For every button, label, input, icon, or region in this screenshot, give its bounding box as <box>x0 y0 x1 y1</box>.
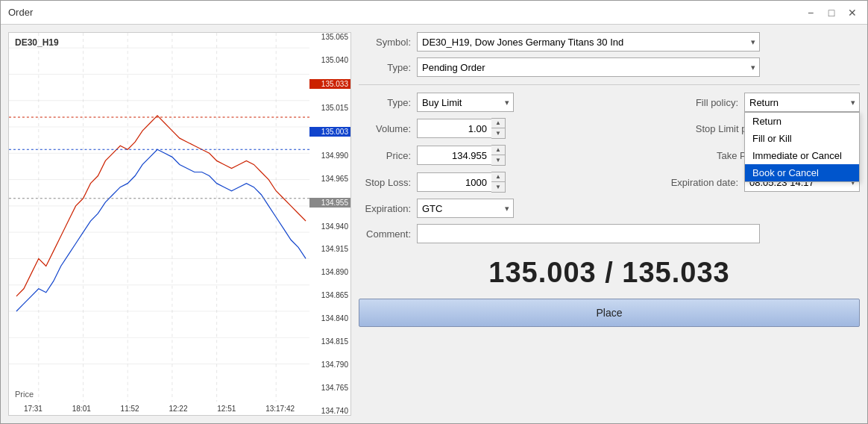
time-tick-1: 17:31 <box>24 405 43 413</box>
price-tick-8: 134.890 <box>309 268 350 276</box>
stop-loss-spinner: ▲ ▼ <box>417 172 506 193</box>
price-tick-1: 135.065 <box>309 33 350 41</box>
price-down-btn[interactable]: ▼ <box>491 155 505 165</box>
type-row: Type: Pending Order <box>359 57 860 77</box>
dropdown-item-immediate-or-cancel[interactable]: Immediate or Cancel <box>745 147 859 164</box>
minimize-button[interactable]: − <box>803 5 818 20</box>
price-tick-6: 134.940 <box>309 222 350 231</box>
fill-policy-select[interactable]: Return <box>744 93 860 112</box>
price-marker-blue: 135.003 <box>309 127 350 137</box>
expiration-select-wrapper: GTC <box>417 199 514 218</box>
price-axis: 135.065 135.040 135.033 135.015 135.003 … <box>309 33 350 415</box>
symbol-row: Symbol: DE30_H19, Dow Jones Germany Tita… <box>359 32 860 52</box>
symbol-select[interactable]: DE30_H19, Dow Jones Germany Titans 30 In… <box>417 32 760 52</box>
symbol-select-wrapper: DE30_H19, Dow Jones Germany Titans 30 In… <box>417 32 760 52</box>
expiration-row: Expiration: GTC <box>359 199 860 218</box>
close-button[interactable]: ✕ <box>845 5 860 20</box>
stop-loss-down-btn[interactable]: ▼ <box>491 182 505 192</box>
volume-input[interactable] <box>417 119 491 138</box>
type-label: Type: <box>359 62 411 73</box>
title-bar-buttons: − □ ✕ <box>803 5 860 20</box>
expiration-date-label: Expiration date: <box>649 177 738 188</box>
price-marker-red: 135.033 <box>309 79 350 89</box>
comment-row: Comment: <box>359 224 860 243</box>
order-type-select[interactable]: Buy Limit <box>417 93 514 112</box>
price-up-btn[interactable]: ▲ <box>491 146 505 155</box>
dropdown-item-fill-or-kill[interactable]: Fill or Kill <box>745 130 859 147</box>
comment-label: Comment: <box>359 228 411 240</box>
type-select-wrapper: Pending Order <box>417 57 760 77</box>
price-label: Price: <box>359 150 411 161</box>
price-tick-10: 134.840 <box>309 314 350 322</box>
volume-sub-row: Volume: ▲ ▼ <box>359 118 506 139</box>
dropdown-item-return[interactable]: Return <box>745 113 859 130</box>
price-tick-13: 134.765 <box>309 384 350 392</box>
time-tick-2: 18:01 <box>72 405 91 413</box>
place-button[interactable]: Place <box>359 299 860 327</box>
stop-loss-input[interactable] <box>417 172 491 192</box>
maximize-button[interactable]: □ <box>824 5 839 20</box>
price-spinner: ▲ ▼ <box>417 145 506 166</box>
volume-spinner-btns: ▲ ▼ <box>491 118 506 139</box>
price-tick-7: 134.915 <box>309 245 350 253</box>
order-type-select-wrapper: Buy Limit <box>417 93 514 112</box>
chart-svg <box>9 33 309 402</box>
price-tick-4: 134.990 <box>309 152 350 160</box>
comment-input[interactable] <box>417 224 760 243</box>
order-type-label: Type: <box>359 97 411 108</box>
price-tick-12: 134.790 <box>309 361 350 369</box>
price-tick-2: 135.040 <box>309 56 350 64</box>
volume-up-btn[interactable]: ▲ <box>491 119 505 128</box>
volume-spinner: ▲ ▼ <box>417 118 506 139</box>
title-bar: Order − □ ✕ <box>1 1 867 25</box>
chart-area: DE30_H19 Price <box>8 32 351 416</box>
price-tick-3: 135.015 <box>309 104 350 112</box>
price-tick-11: 134.815 <box>309 337 350 346</box>
price-tick-5: 134.965 <box>309 175 350 183</box>
prices-text: 135.003 / 135.033 <box>488 257 729 288</box>
fill-policy-sub-row: Fill policy: Return Return Fill or Kill … <box>671 93 860 112</box>
time-tick-6: 13:17:42 <box>265 405 295 413</box>
price-input[interactable] <box>417 146 491 165</box>
price-sub-row: Price: ▲ ▼ <box>359 145 506 166</box>
main-content: DE30_H19 Price <box>1 25 867 423</box>
right-panel: Symbol: DE30_H19, Dow Jones Germany Tita… <box>359 32 860 416</box>
price-tick-14: 134.740 <box>309 407 350 415</box>
symbol-label: Symbol: <box>359 37 411 48</box>
window-title: Order <box>8 7 803 18</box>
fill-policy-select-wrapper: Return <box>744 93 860 112</box>
fill-policy-label: Fill policy: <box>671 97 738 108</box>
order-window: Order − □ ✕ DE30_H19 Price <box>0 0 868 424</box>
order-type-sub-row: Type: Buy Limit <box>359 93 514 112</box>
time-tick-3: 11:52 <box>121 405 139 413</box>
stop-loss-label: Stop Loss: <box>359 177 411 188</box>
separator <box>359 84 860 85</box>
volume-down-btn[interactable]: ▼ <box>491 128 505 138</box>
volume-label: Volume: <box>359 123 411 134</box>
stop-loss-spinner-btns: ▲ ▼ <box>491 172 506 193</box>
expiration-label: Expiration: <box>359 203 411 214</box>
price-tick-9: 134.865 <box>309 291 350 299</box>
dropdown-item-book-or-cancel[interactable]: Book or Cancel <box>745 164 859 181</box>
time-axis: 17:31 18:01 11:52 12:22 12:51 13:17:42 <box>9 402 309 415</box>
expiration-select[interactable]: GTC <box>417 199 514 218</box>
stoploss-sub-row: Stop Loss: ▲ ▼ <box>359 172 506 193</box>
prices-display: 135.003 / 135.033 <box>359 249 860 293</box>
order-fill-row: Type: Buy Limit Fill policy: Return <box>359 93 860 112</box>
price-spinner-btns: ▲ ▼ <box>491 145 506 166</box>
fill-policy-dropdown: Return Fill or Kill Immediate or Cancel … <box>744 112 860 182</box>
type-select[interactable]: Pending Order <box>417 57 760 77</box>
stop-loss-up-btn[interactable]: ▲ <box>491 172 505 182</box>
time-tick-4: 12:22 <box>169 405 187 413</box>
time-tick-5: 12:51 <box>217 405 236 413</box>
price-marker-gray: 134.955 <box>309 198 350 208</box>
